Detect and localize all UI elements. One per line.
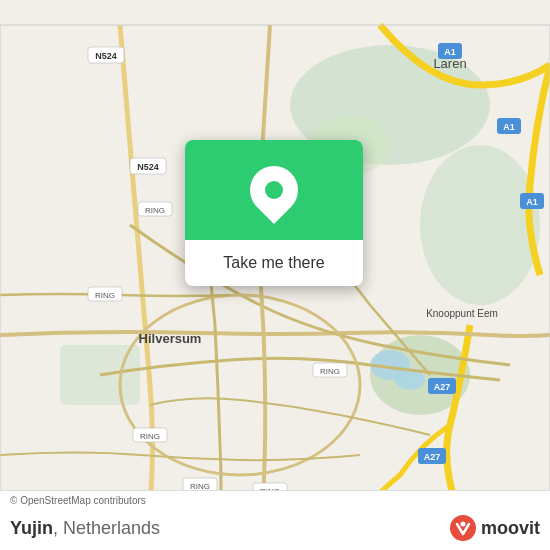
location-pin-icon [240,156,308,224]
location-country: , Netherlands [53,518,160,538]
popup-card: Take me there [185,140,363,286]
svg-point-7 [120,295,360,475]
popup-top [185,140,363,240]
svg-text:RING: RING [145,206,165,215]
svg-text:A27: A27 [434,382,451,392]
svg-point-6 [395,370,425,390]
location-name: Yujin [10,518,53,538]
svg-point-1 [420,145,540,305]
popup-bottom: Take me there [185,240,363,286]
location-pin-dot [265,181,283,199]
svg-text:Knooppunt Eem: Knooppunt Eem [426,308,498,319]
location-info: Yujin, Netherlands moovit [0,508,550,550]
svg-text:Laren: Laren [433,56,466,71]
svg-point-42 [460,522,465,527]
moovit-brand-text: moovit [481,518,540,539]
take-me-there-button[interactable]: Take me there [223,254,324,272]
map-container: N524 N524 A1 A1 A1 A27 A27 RING RING RIN… [0,0,550,550]
svg-text:A27: A27 [424,452,441,462]
svg-text:Hilversum: Hilversum [139,331,202,346]
svg-point-41 [450,515,476,541]
svg-text:N524: N524 [137,162,159,172]
location-text: Yujin, Netherlands [10,518,160,539]
svg-text:RING: RING [140,432,160,441]
svg-text:A1: A1 [503,122,515,132]
bottom-bar: © OpenStreetMap contributors Yujin, Neth… [0,490,550,550]
moovit-logo: moovit [449,514,540,542]
svg-text:RING: RING [95,291,115,300]
svg-text:A1: A1 [526,197,538,207]
map-attribution: © OpenStreetMap contributors [0,491,550,508]
moovit-logo-icon [449,514,477,542]
svg-text:N524: N524 [95,51,117,61]
svg-text:RING: RING [320,367,340,376]
